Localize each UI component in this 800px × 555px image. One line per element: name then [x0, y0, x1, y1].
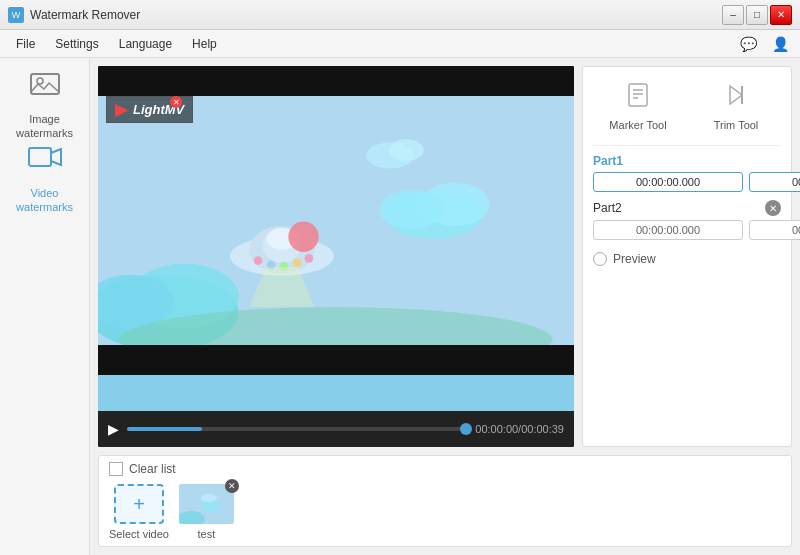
preview-label: Preview — [613, 252, 656, 266]
video-thumb-item[interactable]: ✕ test — [179, 484, 234, 540]
part1-times — [593, 172, 781, 192]
video-black-top — [98, 66, 574, 96]
image-watermarks-icon — [27, 66, 63, 109]
chat-icon[interactable]: 💬 — [736, 32, 760, 56]
window-controls: – □ ✕ — [722, 5, 792, 25]
svg-rect-24 — [629, 84, 647, 106]
file-list-area: Clear list + Select video ✕ — [98, 455, 792, 547]
progress-dot — [460, 423, 472, 435]
part1-section: Part1 — [593, 154, 781, 192]
clear-list-row: Clear list — [109, 462, 781, 476]
right-panel: Marker Tool Trim Tool Part1 — [582, 66, 792, 447]
svg-point-9 — [379, 190, 444, 229]
user-icon[interactable]: 👤 — [768, 32, 792, 56]
marker-tool-button[interactable]: Marker Tool — [593, 77, 683, 135]
main-container: Image watermarks Video watermarks — [0, 58, 800, 555]
tools-row: Marker Tool Trim Tool — [593, 77, 781, 146]
menu-help[interactable]: Help — [184, 34, 225, 54]
part2-end-input[interactable] — [749, 220, 800, 240]
part2-label: Part2 — [593, 201, 622, 215]
thumb-remove-button[interactable]: ✕ — [225, 479, 239, 493]
progress-bar[interactable] — [127, 427, 467, 431]
preview-checkbox[interactable] — [593, 252, 607, 266]
video-watermarks-icon — [27, 140, 63, 183]
svg-point-19 — [293, 258, 302, 267]
menu-settings[interactable]: Settings — [47, 34, 106, 54]
trim-tool-label: Trim Tool — [714, 119, 759, 131]
part1-label: Part1 — [593, 154, 781, 168]
time-display: 00:00:00/00:00:39 — [475, 423, 564, 435]
watermark-remove-x[interactable]: ✕ — [170, 96, 182, 108]
svg-point-22 — [288, 222, 318, 252]
part1-start-input[interactable] — [593, 172, 743, 192]
video-watermarks-label: Video watermarks — [11, 187, 79, 213]
preview-row: Preview — [593, 252, 781, 266]
svg-rect-2 — [29, 148, 51, 166]
select-video-label: Select video — [109, 528, 169, 540]
clear-list-checkbox[interactable] — [109, 462, 123, 476]
video-controls: ▶ 00:00:00/00:00:39 — [98, 411, 574, 447]
menu-bar: File Settings Language Help 💬 👤 — [0, 30, 800, 58]
menu-file[interactable]: File — [8, 34, 43, 54]
video-scene — [98, 96, 574, 345]
play-button[interactable]: ▶ — [108, 421, 119, 437]
add-video-icon: + — [133, 493, 145, 516]
trim-tool-icon — [722, 81, 750, 115]
trim-tool-button[interactable]: Trim Tool — [691, 77, 781, 135]
sidebar-item-image-watermarks[interactable]: Image watermarks — [5, 68, 85, 138]
video-thumb-label: test — [198, 528, 216, 540]
part2-remove-button[interactable]: ✕ — [765, 200, 781, 216]
part2-start-input[interactable] — [593, 220, 743, 240]
part2-section: Part2 ✕ — [593, 200, 781, 240]
menu-language[interactable]: Language — [111, 34, 180, 54]
video-panel-row: ▶ LightMV ✕ — [98, 66, 792, 447]
marker-tool-icon — [624, 81, 652, 115]
svg-point-16 — [254, 256, 263, 265]
sidebar: Image watermarks Video watermarks — [0, 58, 90, 555]
svg-point-11 — [389, 139, 424, 161]
minimize-button[interactable]: – — [722, 5, 744, 25]
video-area: ▶ LightMV ✕ — [98, 66, 574, 411]
svg-point-33 — [201, 494, 217, 502]
title-bar: W Watermark Remover – □ ✕ — [0, 0, 800, 30]
marker-tool-label: Marker Tool — [609, 119, 666, 131]
sidebar-item-video-watermarks[interactable]: Video watermarks — [5, 142, 85, 212]
part2-times — [593, 220, 781, 240]
image-watermarks-label: Image watermarks — [11, 113, 79, 139]
app-title: Watermark Remover — [30, 8, 140, 22]
svg-marker-28 — [730, 86, 742, 104]
progress-fill — [127, 427, 202, 431]
content-area: ▶ LightMV ✕ — [90, 58, 800, 555]
file-thumbnails: + Select video ✕ test — [109, 484, 781, 540]
part2-header: Part2 ✕ — [593, 200, 781, 216]
select-video-button[interactable]: + Select video — [109, 484, 169, 540]
video-container: ▶ LightMV ✕ — [98, 66, 574, 447]
part1-end-input[interactable] — [749, 172, 800, 192]
clear-list-label: Clear list — [129, 462, 176, 476]
app-icon: W — [8, 7, 24, 23]
svg-point-20 — [305, 254, 314, 263]
svg-rect-0 — [31, 74, 59, 94]
video-black-bottom — [98, 345, 574, 375]
select-video-box: + — [114, 484, 164, 524]
close-button[interactable]: ✕ — [770, 5, 792, 25]
maximize-button[interactable]: □ — [746, 5, 768, 25]
